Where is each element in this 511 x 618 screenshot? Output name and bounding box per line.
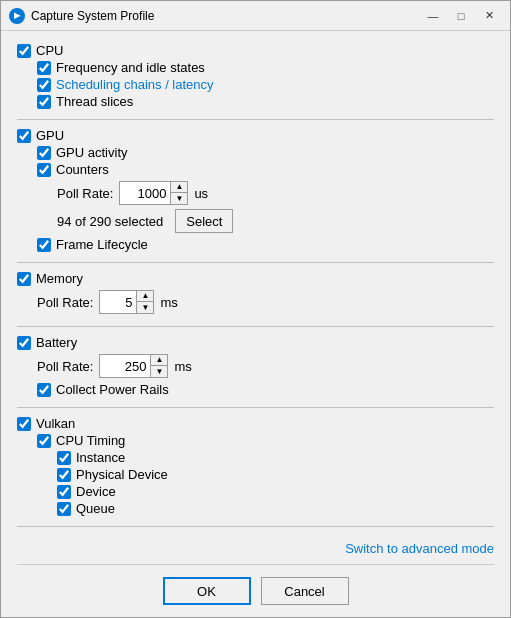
counters-selected-text: 94 of 290 selected [57,214,163,229]
window-icon: ▶ [9,8,25,24]
device-row: Device [17,484,494,499]
sched-chains-label: Scheduling chains / latency [56,77,214,92]
footer: Switch to advanced mode OK Cancel [1,533,510,617]
thread-slices-row: Thread slices [17,94,494,109]
memory-label: Memory [36,271,83,286]
collect-power-rails-label: Collect Power Rails [56,382,169,397]
memory-header: Memory [17,271,494,286]
gpu-section: GPU GPU activity Counters Poll Rate: ▲ ▼ [17,126,494,263]
gpu-activity-row: GPU activity [17,145,494,160]
battery-poll-rate-unit: ms [174,359,191,374]
select-button[interactable]: Select [175,209,233,233]
instance-checkbox[interactable] [57,451,71,465]
freq-idle-row: Frequency and idle states [17,60,494,75]
gpu-header: GPU [17,128,494,143]
memory-poll-rate-unit: ms [160,295,177,310]
battery-poll-rate-row: Poll Rate: ▲ ▼ ms [17,354,494,378]
cancel-button[interactable]: Cancel [261,577,349,605]
close-button[interactable]: ✕ [476,5,502,27]
battery-poll-rate-input[interactable] [100,355,150,377]
memory-poll-rate-up[interactable]: ▲ [137,291,153,302]
gpu-label: GPU [36,128,64,143]
frame-lifecycle-row: Frame Lifecycle [17,237,494,252]
gpu-activity-checkbox[interactable] [37,146,51,160]
memory-poll-rate-down[interactable]: ▼ [137,302,153,313]
memory-poll-rate-buttons: ▲ ▼ [136,291,153,313]
collect-power-rails-row: Collect Power Rails [17,382,494,397]
memory-section: Memory Poll Rate: ▲ ▼ ms [17,269,494,327]
instance-row: Instance [17,450,494,465]
gpu-poll-rate-row: Poll Rate: ▲ ▼ us [17,181,494,205]
window-title: Capture System Profile [31,9,420,23]
battery-poll-rate-buttons: ▲ ▼ [150,355,167,377]
collect-power-rails-checkbox[interactable] [37,383,51,397]
memory-poll-rate-input[interactable] [100,291,136,313]
battery-checkbox[interactable] [17,336,31,350]
physical-device-label: Physical Device [76,467,168,482]
queue-row: Queue [17,501,494,516]
cpu-checkbox[interactable] [17,44,31,58]
memory-poll-rate-spinner: ▲ ▼ [99,290,154,314]
physical-device-row: Physical Device [17,467,494,482]
battery-header: Battery [17,335,494,350]
queue-checkbox[interactable] [57,502,71,516]
battery-poll-rate-spinner: ▲ ▼ [99,354,168,378]
counters-checkbox[interactable] [37,163,51,177]
gpu-poll-rate-unit: us [194,186,208,201]
gpu-checkbox[interactable] [17,129,31,143]
battery-poll-rate-up[interactable]: ▲ [151,355,167,366]
sched-chains-checkbox[interactable] [37,78,51,92]
gpu-poll-rate-input[interactable] [120,182,170,204]
vulkan-checkbox[interactable] [17,417,31,431]
counters-selected-row: 94 of 290 selected Select [17,209,494,233]
frame-lifecycle-checkbox[interactable] [37,238,51,252]
cpu-label: CPU [36,43,63,58]
cpu-timing-row: CPU Timing [17,433,494,448]
vulkan-label: Vulkan [36,416,75,431]
sched-chains-row: Scheduling chains / latency [17,77,494,92]
thread-slices-checkbox[interactable] [37,95,51,109]
restore-button[interactable]: □ [448,5,474,27]
switch-advanced-link[interactable]: Switch to advanced mode [345,541,494,556]
cpu-header: CPU [17,43,494,58]
cpu-section: CPU Frequency and idle states Scheduling… [17,41,494,120]
vulkan-header: Vulkan [17,416,494,431]
gpu-activity-label: GPU activity [56,145,128,160]
cpu-timing-label: CPU Timing [56,433,125,448]
memory-poll-rate-label: Poll Rate: [37,295,93,310]
instance-label: Instance [76,450,125,465]
footer-top: Switch to advanced mode [17,541,494,556]
counters-label: Counters [56,162,109,177]
cpu-timing-checkbox[interactable] [37,434,51,448]
freq-idle-label: Frequency and idle states [56,60,205,75]
vulkan-section: Vulkan CPU Timing Instance Physical Devi… [17,414,494,527]
gpu-poll-rate-down[interactable]: ▼ [171,193,187,204]
device-label: Device [76,484,116,499]
counters-row: Counters [17,162,494,177]
physical-device-checkbox[interactable] [57,468,71,482]
memory-poll-rate-row: Poll Rate: ▲ ▼ ms [17,290,494,314]
main-window: ▶ Capture System Profile — □ ✕ CPU Frequ… [0,0,511,618]
battery-section: Battery Poll Rate: ▲ ▼ ms Collect Power … [17,333,494,408]
battery-poll-rate-label: Poll Rate: [37,359,93,374]
queue-label: Queue [76,501,115,516]
minimize-button[interactable]: — [420,5,446,27]
battery-label: Battery [36,335,77,350]
ok-button[interactable]: OK [163,577,251,605]
gpu-poll-rate-buttons: ▲ ▼ [170,182,187,204]
freq-idle-checkbox[interactable] [37,61,51,75]
titlebar: ▶ Capture System Profile — □ ✕ [1,1,510,31]
device-checkbox[interactable] [57,485,71,499]
thread-slices-label: Thread slices [56,94,133,109]
frame-lifecycle-label: Frame Lifecycle [56,237,148,252]
footer-buttons: OK Cancel [17,564,494,605]
gpu-poll-rate-label: Poll Rate: [57,186,113,201]
gpu-poll-rate-up[interactable]: ▲ [171,182,187,193]
gpu-poll-rate-spinner: ▲ ▼ [119,181,188,205]
battery-poll-rate-down[interactable]: ▼ [151,366,167,377]
content-area: CPU Frequency and idle states Scheduling… [1,31,510,533]
titlebar-controls: — □ ✕ [420,5,502,27]
memory-checkbox[interactable] [17,272,31,286]
